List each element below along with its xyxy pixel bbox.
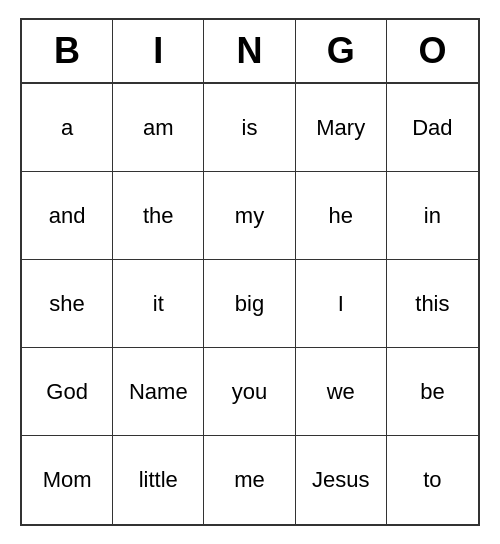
bingo-cell[interactable]: is <box>204 84 295 172</box>
bingo-cell[interactable]: Jesus <box>296 436 387 524</box>
bingo-header-letter: O <box>387 20 478 82</box>
bingo-cell[interactable]: the <box>113 172 204 260</box>
bingo-cell[interactable]: Name <box>113 348 204 436</box>
bingo-header-letter: G <box>296 20 387 82</box>
bingo-cell[interactable]: you <box>204 348 295 436</box>
bingo-cell[interactable]: a <box>22 84 113 172</box>
bingo-cell[interactable]: my <box>204 172 295 260</box>
bingo-cell[interactable]: this <box>387 260 478 348</box>
bingo-cell[interactable]: I <box>296 260 387 348</box>
bingo-cell[interactable]: me <box>204 436 295 524</box>
bingo-card: BINGO aamisMaryDadandthemyheinsheitbigIt… <box>20 18 480 526</box>
bingo-cell[interactable]: we <box>296 348 387 436</box>
bingo-cell[interactable]: Dad <box>387 84 478 172</box>
bingo-cell[interactable]: she <box>22 260 113 348</box>
bingo-cell[interactable]: and <box>22 172 113 260</box>
bingo-header-letter: N <box>204 20 295 82</box>
bingo-cell[interactable]: big <box>204 260 295 348</box>
bingo-cell[interactable]: God <box>22 348 113 436</box>
bingo-cell[interactable]: in <box>387 172 478 260</box>
bingo-cell[interactable]: am <box>113 84 204 172</box>
bingo-cell[interactable]: he <box>296 172 387 260</box>
bingo-header: BINGO <box>22 20 478 84</box>
bingo-cell[interactable]: Mom <box>22 436 113 524</box>
bingo-grid: aamisMaryDadandthemyheinsheitbigIthisGod… <box>22 84 478 524</box>
bingo-cell[interactable]: Mary <box>296 84 387 172</box>
bingo-cell[interactable]: it <box>113 260 204 348</box>
bingo-cell[interactable]: to <box>387 436 478 524</box>
bingo-cell[interactable]: little <box>113 436 204 524</box>
bingo-header-letter: B <box>22 20 113 82</box>
bingo-cell[interactable]: be <box>387 348 478 436</box>
bingo-header-letter: I <box>113 20 204 82</box>
